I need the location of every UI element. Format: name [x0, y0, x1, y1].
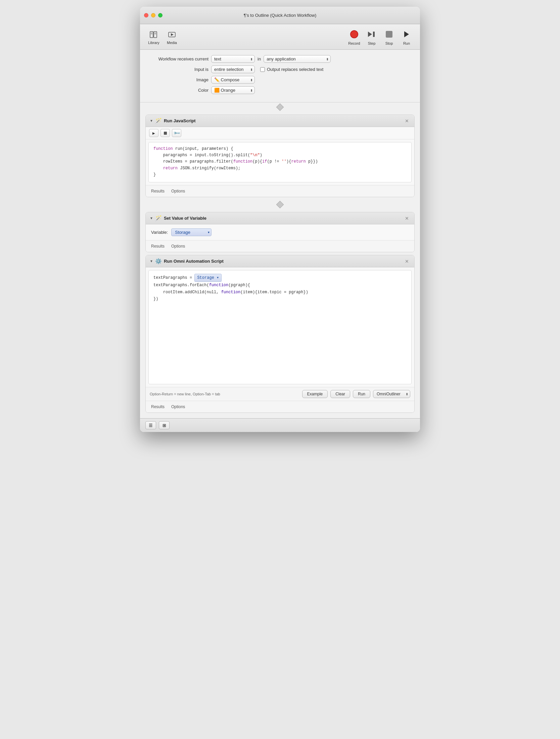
stop-icon	[383, 28, 395, 40]
close-button[interactable]	[144, 13, 148, 17]
input-is-label: Input is	[148, 67, 208, 72]
receives-label: Workflow receives current	[148, 56, 208, 61]
js-run-sig: run(input, parameters) {	[173, 146, 233, 151]
library-icon	[148, 29, 159, 40]
minimize-button[interactable]	[151, 13, 155, 17]
js-line3d: ){	[286, 159, 291, 164]
run-icon	[401, 28, 413, 40]
footer-hint: Option-Return = new line, Option-Tab = t…	[150, 392, 299, 396]
block2-results-tab[interactable]: Results	[150, 243, 166, 249]
input-select-wrapper: entire selection ⬍	[211, 66, 255, 73]
var-select-wrapper: Storage ▾	[171, 228, 212, 236]
script-run-button[interactable]: Run	[353, 390, 370, 398]
app-window: ¶'s to Outline (Quick Action Workflow) L…	[140, 7, 420, 432]
toolbar-right: Record Step Stop	[346, 27, 415, 47]
image-config-label: Image	[148, 77, 208, 82]
js-return2: return	[163, 166, 178, 171]
omni-script-header-left: ▼ ⚙️ Run Omni Automation Script	[150, 258, 224, 264]
omni-script-editor[interactable]: textParagraphs = Storage ▾ textParagraph…	[148, 270, 412, 384]
svg-marker-8	[368, 32, 372, 37]
omni-line3: rootItem.addChild(null,	[153, 290, 221, 295]
play-small-icon: ▶	[152, 131, 155, 135]
color-config-label: Color	[148, 88, 208, 93]
config-row-input: Input is entire selection ⬍ Output repla…	[148, 66, 412, 73]
media-button[interactable]: Media	[164, 28, 180, 46]
js-kw-function: function	[153, 146, 173, 151]
run-javascript-header-left: ▼ 🪄 Run JavaScript	[150, 118, 196, 124]
grid-view-button[interactable]: ⊞	[159, 421, 170, 429]
block1-chevron[interactable]: ▼	[150, 119, 153, 123]
js-stop-btn[interactable]	[160, 129, 170, 137]
record-button[interactable]: Record	[346, 27, 362, 47]
toolbar: Library Media Record	[140, 24, 420, 50]
stop-small-icon	[164, 132, 167, 135]
traffic-lights	[144, 13, 162, 17]
target-select-wrapper: OmniOutliner ⬍	[373, 390, 410, 398]
input-select[interactable]: entire selection	[211, 66, 255, 73]
in-label: in	[258, 56, 261, 61]
block3-close[interactable]: ✕	[404, 259, 410, 264]
color-select-wrapper: 🟧 Orange ⬍	[211, 86, 255, 94]
text-type-select[interactable]: text	[211, 55, 255, 63]
color-select[interactable]: 🟧 Orange	[211, 86, 255, 94]
block2-footer: Results Options	[146, 240, 414, 252]
run-javascript-block: ▼ 🪄 Run JavaScript ✕ ▶ 🔧	[145, 115, 415, 197]
window-title: ¶'s to Outline (Quick Action Workflow)	[244, 13, 317, 18]
js-play-btn[interactable]: ▶	[149, 129, 158, 137]
image-select[interactable]: ✏️ Compose	[211, 76, 255, 84]
titlebar: ¶'s to Outline (Quick Action Workflow)	[140, 7, 420, 24]
block1-results-tab[interactable]: Results	[150, 188, 166, 194]
block2-close[interactable]: ✕	[404, 216, 410, 221]
block3-tab-footer: Results Options	[146, 401, 414, 412]
storage-token: Storage ▾	[194, 274, 222, 282]
block2-chevron[interactable]: ▼	[150, 216, 153, 220]
step-icon	[366, 28, 378, 40]
block2-title: Set Value of Variable	[164, 216, 206, 221]
example-button[interactable]: Example	[302, 390, 328, 398]
block3-title: Run Omni Automation Script	[164, 259, 224, 264]
omni-script-footer: Option-Return = new line, Option-Tab = t…	[146, 387, 414, 401]
app-select[interactable]: any application	[264, 55, 331, 63]
omni-line4: })	[153, 297, 158, 301]
output-replaces-row: Output replaces selected text	[260, 67, 323, 72]
js-str2: ''	[282, 159, 286, 164]
svg-rect-9	[373, 32, 375, 37]
run-javascript-header: ▼ 🪄 Run JavaScript ✕	[146, 115, 414, 127]
omni-line1a: textParagraphs =	[153, 275, 194, 280]
library-button[interactable]: Library	[145, 28, 162, 46]
block3-results-tab[interactable]: Results	[150, 404, 166, 410]
text-select-wrapper: text ⬍	[211, 55, 255, 63]
variable-row: Variable: Storage ▾	[146, 224, 414, 240]
js-return1: return	[291, 159, 306, 164]
run-button[interactable]: Run	[399, 27, 415, 47]
target-select[interactable]: OmniOutliner	[373, 390, 410, 398]
omni-script-block: ▼ ⚙️ Run Omni Automation Script ✕ textPa…	[145, 255, 415, 413]
wrench-icon: 🔧	[173, 129, 180, 137]
workflow-config: Workflow receives current text ⬍ in any …	[140, 50, 420, 102]
block3-chevron[interactable]: ▼	[150, 259, 153, 263]
js-code-editor[interactable]: function run(input, parameters) { paragr…	[148, 142, 412, 182]
variable-select[interactable]: Storage	[171, 228, 212, 236]
block1-close[interactable]: ✕	[404, 119, 410, 123]
omni-fn2: function	[221, 290, 241, 295]
list-icon: ☰	[149, 423, 153, 428]
library-label: Library	[148, 41, 159, 45]
connector-diamond-1	[276, 103, 284, 111]
js-if: if	[262, 159, 267, 164]
block3-options-tab[interactable]: Options	[170, 404, 186, 410]
block1-title: Run JavaScript	[164, 118, 196, 123]
list-view-button[interactable]: ☰	[145, 421, 156, 429]
js-wrench-btn[interactable]: 🔧	[172, 129, 181, 137]
block2-options-tab[interactable]: Options	[170, 243, 186, 249]
step-label: Step	[368, 41, 376, 45]
clear-button[interactable]: Clear	[330, 390, 350, 398]
step-button[interactable]: Step	[364, 27, 380, 47]
js-line2b: )	[260, 153, 262, 158]
js-line4b: JSON.stringify(rowItems);	[178, 166, 240, 171]
output-replaces-checkbox[interactable]	[260, 67, 265, 72]
config-row-receives: Workflow receives current text ⬍ in any …	[148, 55, 412, 63]
stop-button[interactable]: Stop	[381, 27, 397, 47]
js-close: }	[153, 172, 156, 177]
zoom-button[interactable]	[158, 13, 162, 17]
block1-options-tab[interactable]: Options	[170, 188, 186, 194]
